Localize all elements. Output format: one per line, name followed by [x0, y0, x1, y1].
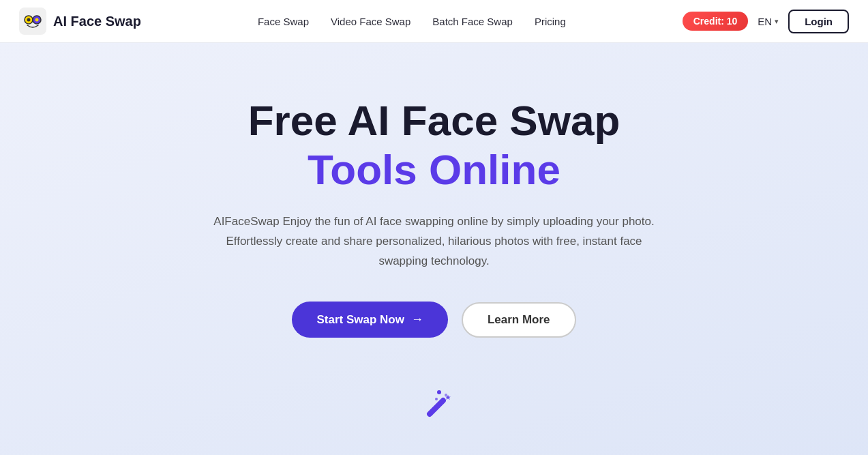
start-swap-button[interactable]: Start Swap Now → — [292, 302, 447, 338]
hero-title-line2: Tools Online — [308, 147, 560, 193]
svg-point-4 — [35, 18, 39, 22]
svg-point-3 — [27, 18, 31, 22]
nav-pricing[interactable]: Pricing — [535, 16, 566, 27]
logo-icon — [19, 8, 46, 35]
hero-section: Free AI Face Swap Tools Online AIFaceSwa… — [0, 43, 868, 455]
nav-video-face-swap[interactable]: Video Face Swap — [331, 16, 410, 27]
navbar: AI Face Swap Face Swap Video Face Swap B… — [0, 0, 868, 43]
lang-selector[interactable]: EN ▾ — [758, 16, 779, 27]
navbar-center: Face Swap Video Face Swap Batch Face Swa… — [258, 16, 566, 27]
nav-batch-face-swap[interactable]: Batch Face Swap — [432, 16, 513, 27]
svg-point-6 — [445, 394, 447, 396]
hero-title-line1: Free AI Face Swap — [248, 98, 620, 144]
nav-face-swap[interactable]: Face Swap — [258, 16, 309, 27]
hero-icon-area — [410, 385, 458, 433]
login-button[interactable]: Login — [788, 10, 849, 33]
hero-description: AIFaceSwap Enjoy the fun of AI face swap… — [213, 212, 656, 271]
magic-wand-icon — [410, 385, 458, 433]
brand-name: AI Face Swap — [53, 14, 141, 29]
credit-badge[interactable]: Credit: 10 — [683, 12, 749, 31]
arrow-icon: → — [411, 312, 423, 327]
learn-more-button[interactable]: Learn More — [462, 302, 576, 338]
chevron-down-icon: ▾ — [775, 17, 779, 26]
navbar-right: Credit: 10 EN ▾ Login — [683, 10, 849, 33]
svg-point-5 — [437, 390, 441, 394]
hero-buttons: Start Swap Now → Learn More — [292, 302, 575, 338]
lang-label: EN — [758, 16, 772, 27]
start-swap-label: Start Swap Now — [316, 313, 404, 327]
navbar-left: AI Face Swap — [19, 8, 141, 35]
svg-point-7 — [435, 398, 438, 400]
